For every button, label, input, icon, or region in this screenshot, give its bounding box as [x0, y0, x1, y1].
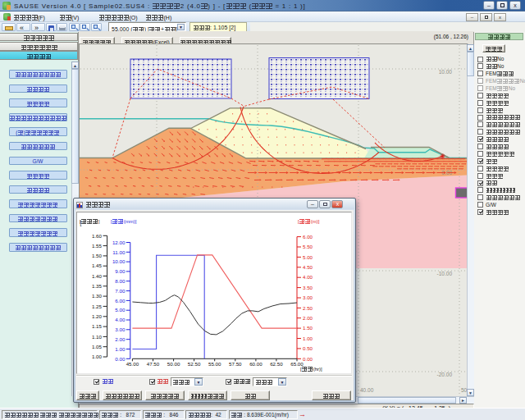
svg-text:6.00: 6.00 [303, 234, 313, 240]
svg-text:-20.00: -20.00 [437, 372, 453, 377]
svg-text:0.50: 0.50 [303, 345, 313, 351]
svg-text:10.00: 10.00 [439, 69, 453, 75]
svg-text:1.00: 1.00 [303, 336, 313, 341]
svg-text:0.00: 0.00 [303, 356, 313, 362]
svg-text:11.00: 11.00 [112, 249, 126, 255]
svg-text:4.00: 4.00 [115, 317, 126, 322]
svg-text:1.45: 1.45 [92, 262, 103, 268]
svg-text:12.00: 12.00 [112, 240, 126, 245]
svg-text:4.50: 4.50 [303, 264, 313, 270]
svg-text:47.50: 47.50 [147, 361, 160, 367]
svg-text:45.00: 45.00 [126, 361, 139, 367]
svg-text:60.00: 60.00 [249, 361, 262, 367]
svg-text:3.00: 3.00 [303, 294, 313, 300]
svg-text:1.25: 1.25 [92, 304, 103, 309]
svg-text:1.20: 1.20 [92, 313, 103, 319]
svg-text:1.10: 1.10 [92, 334, 103, 340]
svg-text:10.00: 10.00 [112, 258, 126, 264]
svg-text:40.00: 40.00 [360, 387, 374, 393]
svg-text:50.00: 50.00 [167, 361, 180, 367]
svg-text:5.50: 5.50 [303, 244, 313, 249]
svg-text:1.40: 1.40 [92, 273, 103, 279]
svg-text:1.00: 1.00 [92, 354, 103, 359]
svg-text:1.05: 1.05 [92, 344, 103, 349]
svg-text:7.00: 7.00 [115, 288, 126, 294]
svg-text:1.15: 1.15 [92, 323, 103, 329]
svg-text:1.30: 1.30 [92, 293, 103, 299]
svg-text:-10.00: -10.00 [437, 271, 453, 276]
svg-text:9.00: 9.00 [115, 268, 126, 274]
svg-text:5.00: 5.00 [115, 307, 126, 313]
svg-text:2.00: 2.00 [115, 336, 126, 342]
svg-text:8.00: 8.00 [115, 278, 126, 284]
svg-text:4.00: 4.00 [303, 274, 313, 280]
svg-text:52.50: 52.50 [188, 361, 201, 367]
svg-text:1.55: 1.55 [92, 243, 103, 249]
svg-text:6.00: 6.00 [115, 298, 126, 304]
svg-text:2.50: 2.50 [303, 305, 313, 311]
svg-text:1.50: 1.50 [303, 325, 313, 331]
svg-text:1.00: 1.00 [115, 346, 126, 352]
svg-text:62.50: 62.50 [270, 361, 283, 367]
svg-text:55.00: 55.00 [208, 361, 221, 367]
svg-text:1.35: 1.35 [92, 283, 103, 289]
svg-text:1.60: 1.60 [92, 233, 103, 239]
svg-text:3.50: 3.50 [303, 285, 313, 290]
svg-text:1.50: 1.50 [92, 253, 103, 258]
svg-text:65.00: 65.00 [290, 361, 304, 367]
svg-text:3.00: 3.00 [115, 326, 126, 332]
svg-text:0.00: 0.00 [115, 356, 126, 362]
svg-text:5.00: 5.00 [303, 254, 313, 260]
svg-text:57.50: 57.50 [229, 361, 242, 367]
svg-text:2.00: 2.00 [303, 315, 313, 321]
